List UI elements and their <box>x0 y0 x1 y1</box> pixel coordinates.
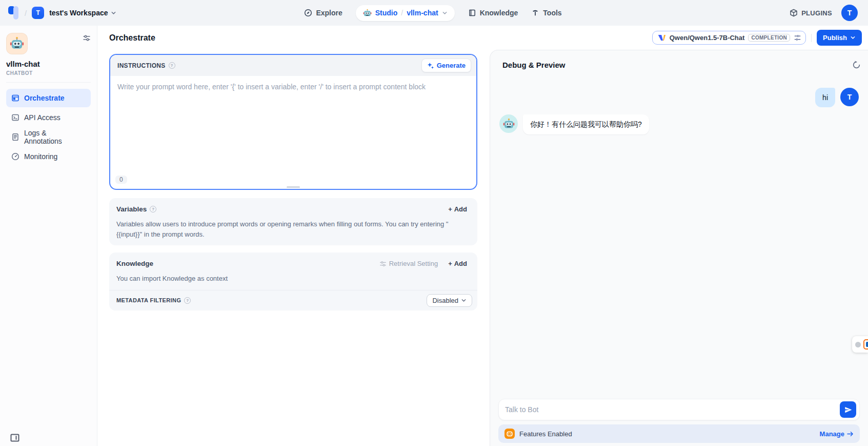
chevron-down-icon <box>461 298 467 303</box>
restart-conversation-button[interactable] <box>850 59 863 71</box>
retrieval-setting-icon <box>379 260 387 267</box>
publish-button[interactable]: Publish <box>817 30 862 46</box>
model-name: Qwen/Qwen1.5-7B-Chat <box>670 34 745 42</box>
publish-label: Publish <box>823 34 847 42</box>
orchestrate-icon <box>11 94 19 102</box>
nav-knowledge-label: Knowledge <box>480 9 518 17</box>
gray-dot-icon <box>855 342 861 347</box>
compass-icon <box>304 9 312 17</box>
model-mode-badge: COMPLETION <box>748 34 790 42</box>
collapse-sidebar-button[interactable] <box>10 434 19 442</box>
vllm-provider-icon <box>658 34 666 42</box>
nav-tools-label: Tools <box>543 9 561 17</box>
sidebar-item-logs-annotations[interactable]: Logs & Annotations <box>6 128 91 146</box>
plugins-label: PLUGINS <box>801 9 832 17</box>
content-area: Orchestrate Qwen/Qwen1.5-7B-Chat COMPLET… <box>97 26 868 446</box>
dify-app-window: / T test's Workspace Explore Studio / vl… <box>0 0 868 446</box>
page-title: Orchestrate <box>109 33 155 43</box>
sidebar-item-label: Logs & Annotations <box>24 129 86 145</box>
help-icon[interactable] <box>150 206 156 212</box>
help-icon[interactable] <box>169 62 175 69</box>
metadata-filtering-row: METADATA FILTERING Disabled <box>109 290 477 311</box>
plus-icon: + <box>448 260 452 267</box>
dify-logo[interactable] <box>8 6 19 20</box>
nav-current-app: vllm-chat <box>407 9 438 17</box>
variables-title: Variables <box>116 205 147 213</box>
debug-preview-panel: Debug & Preview hi T 你好！有什么问题我可以帮助你吗 <box>490 50 868 446</box>
app-name: vllm-chat <box>6 60 91 68</box>
chat-message-bot: 你好！有什么问题我可以帮助你吗? <box>499 114 859 134</box>
add-label: Add <box>454 205 467 213</box>
nav-studio-active[interactable]: Studio / vllm-chat <box>356 5 455 21</box>
help-icon[interactable] <box>184 297 191 304</box>
instructions-title: INSTRUCTIONS <box>117 62 166 69</box>
sidebar-item-monitoring[interactable]: Monitoring <box>6 147 91 166</box>
bot-face-icon <box>506 430 513 437</box>
nav-studio-label: Studio <box>375 9 398 17</box>
terminal-icon <box>11 113 19 122</box>
app-sidebar: vllm-chat CHATBOT Orchestrate API Access… <box>0 26 97 446</box>
sidebar-divider <box>6 82 91 83</box>
nav-knowledge[interactable]: Knowledge <box>468 9 518 17</box>
sidebar-item-label: Monitoring <box>24 152 57 161</box>
sidebar-menu: Orchestrate API Access Logs & Annotation… <box>6 89 91 166</box>
sparkle-icon <box>427 62 434 69</box>
model-selector[interactable]: Qwen/Qwen1.5-7B-Chat COMPLETION <box>652 31 806 45</box>
sidebar-item-api-access[interactable]: API Access <box>6 108 91 127</box>
instructions-card: INSTRUCTIONS Generate Write your prompt … <box>109 54 477 190</box>
nav-explore[interactable]: Explore <box>304 9 342 17</box>
chevron-down-icon[interactable] <box>442 10 448 16</box>
chat-message-list: hi T 你好！有什么问题我可以帮助你吗? <box>490 74 868 399</box>
chat-input[interactable] <box>505 405 840 414</box>
manage-label: Manage <box>820 430 844 438</box>
app-icon[interactable] <box>6 33 28 54</box>
bot-chat-avatar <box>499 114 518 133</box>
chat-input-area: Features Enabled Manage <box>490 399 868 446</box>
metadata-filtering-toggle[interactable]: Disabled <box>427 294 472 307</box>
sidebar-item-orchestrate[interactable]: Orchestrate <box>6 89 91 107</box>
instructions-header: INSTRUCTIONS Generate <box>110 55 476 76</box>
model-params-icon[interactable] <box>794 34 801 42</box>
variables-description: Variables allow users to introduce promp… <box>109 218 477 245</box>
generate-button[interactable]: Generate <box>421 59 471 72</box>
features-bar: Features Enabled Manage <box>498 424 860 443</box>
robot-icon <box>503 118 515 130</box>
robot-icon <box>363 9 372 17</box>
sidebar-item-label: API Access <box>24 113 60 122</box>
bot-message-bubble: 你好！有什么问题我可以帮助你吗? <box>523 114 649 134</box>
add-knowledge-button[interactable]: + Add <box>445 258 470 269</box>
manage-features-link[interactable]: Manage <box>820 430 854 438</box>
user-avatar[interactable]: T <box>841 5 858 21</box>
user-chat-avatar: T <box>840 88 859 106</box>
workspace-switcher[interactable]: test's Workspace <box>49 9 116 17</box>
metadata-filtering-title: METADATA FILTERING <box>116 297 181 303</box>
knowledge-description: You can import Knowledge as context <box>109 273 477 290</box>
retrieval-setting-button[interactable]: Retrieval Setting <box>379 260 438 267</box>
app-type-badge: CHATBOT <box>6 70 91 76</box>
hammer-icon <box>531 9 539 17</box>
document-icon <box>11 133 19 141</box>
floating-extension-widget[interactable] <box>852 336 868 353</box>
paper-plane-icon <box>844 406 852 414</box>
prompt-editor[interactable]: Write your prompt word here, enter '{' t… <box>110 76 476 171</box>
user-message-bubble: hi <box>815 88 835 107</box>
variables-card: Variables + Add Variables allow users to… <box>109 198 477 245</box>
plugins-button[interactable]: PLUGINS <box>790 9 832 17</box>
app-settings-icon[interactable] <box>83 34 91 42</box>
features-enabled-label: Features Enabled <box>519 430 815 438</box>
chevron-down-icon <box>111 10 116 16</box>
sidebar-item-label: Orchestrate <box>24 94 65 102</box>
resize-handle[interactable] <box>287 186 300 188</box>
orchestrate-config-column: INSTRUCTIONS Generate Write your prompt … <box>97 50 490 446</box>
send-button[interactable] <box>840 401 856 418</box>
add-label: Add <box>454 260 467 267</box>
workspace-avatar[interactable]: T <box>32 7 44 19</box>
generate-label: Generate <box>437 62 466 69</box>
book-icon <box>468 9 476 17</box>
add-variable-button[interactable]: + Add <box>445 203 470 215</box>
nav-tools[interactable]: Tools <box>531 9 561 17</box>
extension-icon <box>863 339 868 350</box>
plus-icon: + <box>448 205 452 213</box>
arrow-right-icon <box>847 431 854 437</box>
char-count-badge: 0 <box>115 176 127 184</box>
